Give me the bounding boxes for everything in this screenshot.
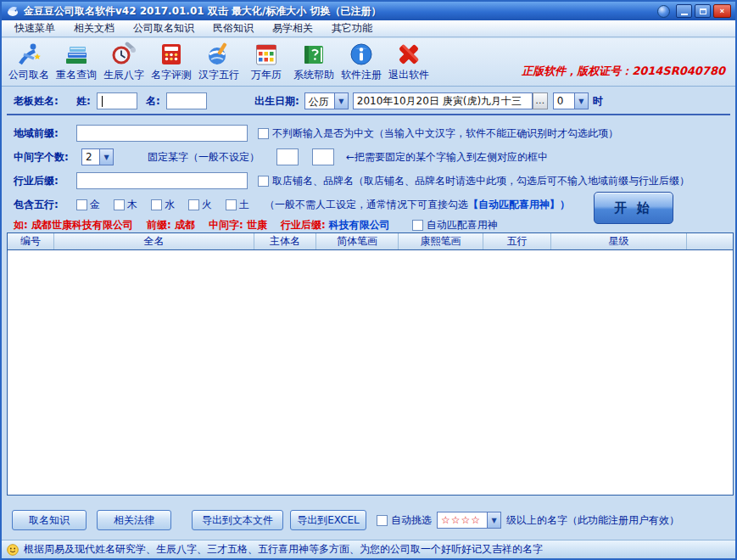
wuxing-water-label: 水 [165,198,175,212]
wuxing-label: 包含五行: [14,198,76,212]
toolbar-label: 退出软件 [388,68,429,82]
toolbar-label: 公司取名 [8,68,49,82]
close-button[interactable]: × [713,4,731,18]
wuxing-metal-checkbox[interactable] [76,199,87,210]
chevron-down-icon[interactable]: ▼ [99,148,114,165]
toolbar-calendar[interactable]: 万年历 [243,41,290,82]
fixed-char-hint: ←把需要固定的某个字输入到左侧对应的框中 [346,150,548,165]
chevron-down-icon[interactable]: ▼ [574,92,589,109]
star-level-suffix: 级以上的名字（此功能注册用户有效） [506,513,679,528]
wuxing-hint-bold: 【自动匹配喜用神】） [468,198,570,212]
toolbar-duplicate-check[interactable]: 重名查询 [53,41,100,82]
surname-input[interactable] [97,92,137,109]
fixed-char-input-2[interactable] [312,148,334,165]
wuxing-wood-label: 木 [127,198,137,212]
table-header-starlevel[interactable]: 星级 [551,233,687,249]
toolbar-label: 名字评测 [151,68,192,82]
industry-suffix-input[interactable] [76,172,248,189]
menu-item-quick[interactable]: 快速菜单 [5,20,64,37]
naming-knowledge-button[interactable]: 取名知识 [12,510,87,530]
toolbar-company-naming[interactable]: 公司取名 [5,41,53,82]
menu-item-folklore[interactable]: 民俗知识 [204,20,263,37]
example-part2: 前缀: 成都 [147,218,195,232]
toolbar-label: 万年历 [251,68,282,82]
export-text-button[interactable]: 导出到文本文件 [192,510,283,530]
wuxing-fire-label: 火 [202,198,212,212]
status-bar: 根据周易及现代姓名研究学、生辰八字、三才五格、五行喜用神等多方面、为您的公司取一… [2,540,735,558]
export-excel-button[interactable]: 导出到EXCEL [290,510,366,530]
register-info-icon [349,42,374,67]
smiley-icon [7,544,19,556]
region-prefix-input[interactable] [76,125,248,142]
birth-hour-value: 0 [553,92,574,109]
related-law-button[interactable]: 相关法律 [97,510,171,530]
toolbar-register[interactable]: 软件注册 [338,41,385,82]
birth-hour-select[interactable]: 0 ▼ [553,92,589,109]
app-window: 金豆豆公司取名软件v42 2017.01.01 双击 最大化/标准大小 切换（已… [0,0,737,560]
fixed-char-label: 固定某字（一般不设定） [148,150,260,165]
table-body[interactable] [8,250,733,495]
middle-char-row: 中间字个数: 2 ▼ 固定某字（一般不设定） ←把需要固定的某个字输入到左侧对应… [2,148,735,166]
results-table: 编号 全名 主体名 简体笔画 康熙笔画 五行 星级 [7,232,734,496]
name-evaluate-icon [159,42,184,67]
auto-pick-label: 自动挑选 [391,513,432,528]
wuxing-fire-checkbox[interactable] [188,199,199,210]
status-text: 根据周易及现代姓名研究学、生辰八字、三才五格、五行喜用神等多方面、为您的公司取一… [24,542,543,557]
toolbar-name-evaluate[interactable]: 名字评测 [148,41,195,82]
example-part4-label: 行业后缀: [281,218,326,232]
region-prefix-label: 地域前缀: [14,126,76,141]
table-header-mainname[interactable]: 主体名 [254,233,316,249]
industry-suffix-row: 行业后缀: 取店铺名、品牌名（取店铺名、品牌名时请选中此项，勾选后可不输入地域前… [2,171,735,190]
wuxing-water-checkbox[interactable] [151,199,162,210]
window-controls: × [657,4,731,18]
calendar-icon [254,42,279,67]
example-part4-value: 科技有限公司 [329,218,390,232]
chevron-down-icon[interactable]: ▼ [334,92,349,109]
title-bar[interactable]: 金豆豆公司取名软件v42 2017.01.01 双击 最大化/标准大小 切换（已… [2,2,735,20]
boss-name-row: 老板姓名: 姓: 名: 出生日期: 公历 ▼ 2010年10月20日 庚寅(虎)… [2,92,735,110]
toolbar-label: 生辰八字 [103,68,144,82]
minimize-button[interactable] [676,4,692,18]
calendar-type-select[interactable]: 公历 ▼ [304,92,349,109]
menu-item-naming-knowledge[interactable]: 公司取名知识 [124,20,204,37]
exit-cross-icon [396,42,422,67]
start-button[interactable]: 开 始 [594,192,673,224]
hanzi-wuxing-icon [206,42,232,67]
shop-brand-checkbox[interactable] [258,176,269,187]
toolbar-birth-bazi[interactable]: 生辰八字 [100,41,148,82]
birth-date-label: 出生日期: [254,94,299,109]
star-level-select[interactable]: ☆☆☆☆ ▼ [437,512,501,529]
wuxing-earth-checkbox[interactable] [226,199,237,210]
table-header-number[interactable]: 编号 [8,233,54,249]
given-name-input[interactable] [166,92,207,109]
birth-bazi-icon [111,42,137,67]
wuxing-hint: （一般不需人工设定，通常情况下可直接勾选 [265,198,468,212]
middle-count-value: 2 [81,148,99,165]
toolbar-hanzi-wuxing[interactable]: 汉字五行 [195,41,243,82]
toolbar-help[interactable]: 系统帮助 [290,41,338,82]
table-header-simplified-strokes[interactable]: 简体笔画 [316,233,399,249]
menu-item-docs[interactable]: 相关文档 [64,20,124,37]
table-header-fullname[interactable]: 全名 [54,233,254,249]
menu-item-other[interactable]: 其它功能 [322,20,382,37]
table-header-kangxi-strokes[interactable]: 康熙笔画 [399,233,483,249]
chevron-down-icon[interactable]: ▼ [487,512,501,529]
maximize-button[interactable] [695,4,711,18]
table-header-wuxing[interactable]: 五行 [483,233,551,249]
menu-item-yixue[interactable]: 易学相关 [263,20,322,37]
toolbar-exit[interactable]: 退出软件 [385,41,433,82]
skin-icon[interactable] [657,5,670,18]
window-title: 金豆豆公司取名软件v42 2017.01.01 双击 最大化/标准大小 切换（已… [24,4,382,19]
auto-match-checkbox[interactable] [412,220,423,231]
birth-date-display[interactable]: 2010年10月20日 庚寅(虎)九月十三 [353,92,533,109]
region-prefix-row: 地域前缀: 不判断输入是否为中文（当输入中文汉字，软件不能正确识别时才勾选此项） [2,124,735,143]
help-book-icon [301,42,327,67]
app-icon [6,4,20,18]
auto-pick-checkbox[interactable] [377,515,388,526]
non-chinese-checkbox[interactable] [258,128,269,139]
industry-suffix-label: 行业后缀: [14,174,76,188]
wuxing-wood-checkbox[interactable] [114,199,125,210]
date-picker-button[interactable]: … [533,92,548,109]
middle-count-select[interactable]: 2 ▼ [81,148,114,165]
fixed-char-input-1[interactable] [276,148,299,165]
